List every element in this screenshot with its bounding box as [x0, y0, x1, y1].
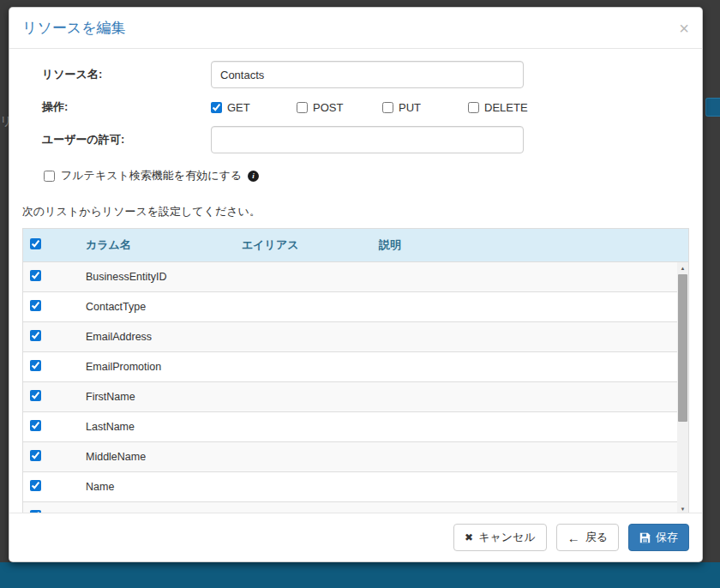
resource-name-label: リソース名:: [22, 67, 211, 82]
table-row: MiddleName: [23, 442, 677, 472]
operation-post[interactable]: POST: [297, 101, 382, 114]
operation-checkbox-post[interactable]: [297, 102, 308, 113]
operation-label: DELETE: [484, 101, 528, 114]
modal-footer: ✖ キャンセル ← 戻る 保存: [9, 513, 702, 561]
modal-body: リソース名: 操作: GETPOSTPUTDELETE ユーザーの許可: フルテ…: [9, 49, 702, 513]
fulltext-label: フルテキスト検索機能を有効にする: [61, 168, 242, 183]
fulltext-checkbox[interactable]: [44, 171, 55, 182]
modal-header: リソースを編集 ×: [9, 8, 702, 49]
cancel-button-label: キャンセル: [478, 530, 536, 545]
row-checkbox[interactable]: [30, 300, 41, 311]
operation-label: GET: [227, 101, 250, 114]
table-row: EmailAddress: [23, 322, 677, 352]
description-cell: [372, 472, 677, 502]
table-row: Name: [23, 472, 677, 502]
table-row: LastName: [23, 412, 677, 442]
table-row: BusinessEntityID: [23, 262, 677, 292]
resource-name-input[interactable]: [211, 61, 524, 88]
description-cell: [372, 502, 677, 513]
table-header-row: カラム名 エイリアス 説明: [23, 229, 688, 262]
column-name-cell: LastName: [79, 412, 235, 442]
column-table-head: カラム名 エイリアス 説明: [23, 229, 688, 262]
row-checkbox[interactable]: [30, 510, 41, 513]
scrollbar-thumb[interactable]: [678, 274, 687, 422]
alias-cell: [235, 412, 372, 442]
column-header-alias: エイリアス: [235, 229, 372, 262]
operation-delete[interactable]: DELETE: [468, 101, 554, 114]
save-button-label: 保存: [656, 530, 678, 545]
column-name-cell: MiddleName: [79, 442, 235, 472]
back-arrow-icon: ←: [567, 531, 580, 544]
operations-label: 操作:: [22, 99, 211, 115]
column-name-cell: FirstName: [79, 382, 235, 412]
row-checkbox[interactable]: [30, 390, 41, 401]
row-checkbox[interactable]: [30, 420, 41, 431]
instruction-text: 次のリストからリソースを設定してください。: [22, 204, 689, 219]
table-row: FirstName: [23, 382, 677, 412]
alias-cell: [235, 292, 372, 322]
alias-cell: [235, 352, 372, 382]
row-checkbox[interactable]: [30, 480, 41, 491]
row-checkbox[interactable]: [30, 450, 41, 461]
background-button-fragment: [705, 98, 720, 117]
table-row: ContactType: [23, 292, 677, 322]
alias-cell: [235, 442, 372, 472]
scrollbar-down-icon[interactable]: ▼: [677, 503, 688, 513]
description-cell: [372, 262, 677, 292]
table-row: PhoneNumber: [23, 502, 677, 513]
close-icon[interactable]: ×: [679, 20, 689, 37]
operation-checkbox-put[interactable]: [382, 102, 393, 113]
column-name-cell: ContactType: [79, 292, 235, 322]
column-table: カラム名 エイリアス 説明 BusinessEntityIDContactTyp…: [22, 228, 689, 513]
back-button-label: 戻る: [585, 530, 608, 545]
operation-checkbox-get[interactable]: [211, 102, 222, 113]
description-cell: [372, 442, 677, 472]
back-button[interactable]: ← 戻る: [556, 524, 619, 551]
row-checkbox[interactable]: [30, 270, 41, 281]
table-scroll-area: BusinessEntityIDContactTypeEmailAddressE…: [23, 262, 688, 513]
edit-resource-modal: リソースを編集 × リソース名: 操作: GETPOSTPUTDELETE ユー…: [9, 7, 703, 562]
select-all-checkbox[interactable]: [30, 238, 41, 249]
background-footer-strip: [0, 562, 720, 588]
resource-name-row: リソース名:: [22, 61, 689, 88]
cancel-x-icon: ✖: [465, 532, 473, 543]
alias-cell: [235, 262, 372, 292]
table-scrollbar[interactable]: ▲ ▼: [677, 262, 688, 513]
user-permission-input[interactable]: [211, 126, 524, 153]
cancel-button[interactable]: ✖ キャンセル: [453, 524, 547, 551]
operation-label: PUT: [399, 101, 421, 114]
column-name-cell: Name: [79, 472, 235, 502]
operation-put[interactable]: PUT: [382, 101, 468, 114]
description-cell: [372, 382, 677, 412]
scrollbar-up-icon[interactable]: ▲: [677, 262, 688, 274]
alias-cell: [235, 382, 372, 412]
fulltext-row: フルテキスト検索機能を有効にする i: [44, 168, 689, 183]
save-button[interactable]: 保存: [628, 524, 689, 551]
operation-checkbox-delete[interactable]: [468, 102, 479, 113]
row-checkbox[interactable]: [30, 360, 41, 371]
operations-row: 操作: GETPOSTPUTDELETE: [22, 99, 689, 115]
column-name-cell: PhoneNumber: [79, 502, 235, 513]
column-table-body: BusinessEntityIDContactTypeEmailAddressE…: [23, 262, 677, 513]
operations-group: GETPOSTPUTDELETE: [211, 101, 554, 114]
column-name-cell: EmailPromotion: [79, 352, 235, 382]
modal-title: リソースを編集: [22, 18, 126, 38]
user-permission-row: ユーザーの許可:: [22, 126, 689, 153]
description-cell: [372, 412, 677, 442]
info-icon[interactable]: i: [248, 171, 259, 182]
operation-label: POST: [313, 101, 343, 114]
alias-cell: [235, 502, 372, 513]
description-cell: [372, 352, 677, 382]
alias-cell: [235, 322, 372, 352]
column-header-description: 説明: [372, 229, 688, 262]
column-name-cell: EmailAddress: [79, 322, 235, 352]
table-row: EmailPromotion: [23, 352, 677, 382]
description-cell: [372, 322, 677, 352]
user-permission-label: ユーザーの許可:: [22, 132, 211, 147]
column-header-name: カラム名: [79, 229, 235, 262]
operation-get[interactable]: GET: [211, 101, 297, 114]
save-disk-icon: [639, 532, 651, 543]
alias-cell: [235, 472, 372, 502]
row-checkbox[interactable]: [30, 330, 41, 341]
description-cell: [372, 292, 677, 322]
